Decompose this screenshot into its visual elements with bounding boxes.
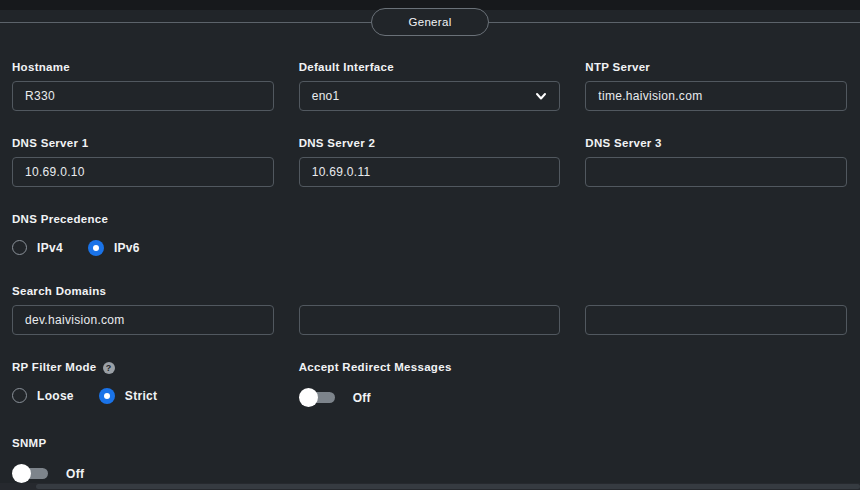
dns-server-3-field-group: DNS Server 3 — [585, 137, 847, 187]
snmp-state: Off — [66, 467, 84, 481]
accept-redirect-field-group: Accept Redirect Messages Off — [299, 361, 561, 407]
radio-ipv6[interactable]: IPv6 — [88, 240, 140, 256]
dns-precedence-field-group: DNS Precedence IPv4 IPv6 — [12, 213, 274, 256]
horizontal-scrollbar-thumb[interactable] — [36, 484, 860, 489]
dns-server-3-label: DNS Server 3 — [585, 137, 847, 150]
radio-ipv6-label: IPv6 — [114, 241, 140, 255]
radio-strict[interactable]: Strict — [99, 388, 157, 404]
dns-precedence-label: DNS Precedence — [12, 213, 274, 226]
dns-server-1-label: DNS Server 1 — [12, 137, 274, 150]
hostname-field-group: Hostname — [12, 61, 274, 111]
search-domain-3-input[interactable] — [585, 305, 847, 335]
search-domain-2-input[interactable] — [299, 305, 561, 335]
search-domains-label: Search Domains — [12, 285, 274, 298]
ntp-server-input[interactable] — [585, 81, 847, 111]
search-domain-3-field-group — [585, 285, 847, 335]
ntp-server-label: NTP Server — [585, 61, 847, 74]
default-interface-selected-value: eno1 — [312, 89, 536, 103]
ntp-server-field-group: NTP Server — [585, 61, 847, 111]
accept-redirect-toggle[interactable] — [299, 388, 337, 407]
dns-server-2-input[interactable] — [299, 157, 561, 187]
rp-filter-mode-label: RP Filter Mode — [12, 361, 97, 374]
accept-redirect-state: Off — [353, 391, 371, 405]
search-domain-1-input[interactable] — [12, 305, 274, 335]
search-domain-1-field-group: Search Domains — [12, 285, 274, 335]
snmp-field-group: SNMP Off — [12, 437, 274, 483]
general-settings-form: Hostname Default Interface eno1 NTP Serv… — [0, 61, 860, 483]
radio-loose[interactable]: Loose — [12, 388, 74, 403]
radio-loose-circle[interactable] — [12, 388, 27, 403]
horizontal-scrollbar[interactable] — [0, 483, 860, 490]
snmp-toggle[interactable] — [12, 464, 50, 483]
snmp-toggle-knob — [12, 464, 31, 483]
dns-server-3-input[interactable] — [585, 157, 847, 187]
help-icon[interactable]: ? — [103, 362, 115, 374]
radio-strict-label: Strict — [125, 389, 157, 403]
radio-ipv4[interactable]: IPv4 — [12, 240, 63, 255]
hostname-input[interactable] — [12, 81, 274, 111]
tab-general[interactable]: General — [371, 8, 489, 36]
accept-redirect-toggle-knob — [299, 388, 318, 407]
tab-bar: General — [0, 10, 860, 48]
default-interface-field-group: Default Interface eno1 — [299, 61, 561, 111]
radio-ipv4-circle[interactable] — [12, 240, 27, 255]
accept-redirect-label: Accept Redirect Messages — [299, 361, 561, 374]
rp-filter-mode-field-group: RP Filter Mode ? Loose Strict — [12, 361, 274, 407]
dns-server-1-field-group: DNS Server 1 — [12, 137, 274, 187]
radio-loose-label: Loose — [37, 389, 74, 403]
default-interface-select[interactable]: eno1 — [299, 81, 561, 111]
dns-server-2-field-group: DNS Server 2 — [299, 137, 561, 187]
hostname-label: Hostname — [12, 61, 274, 74]
dns-server-2-label: DNS Server 2 — [299, 137, 561, 150]
chevron-down-icon — [535, 90, 547, 102]
radio-strict-circle[interactable] — [99, 388, 115, 404]
radio-ipv4-label: IPv4 — [37, 241, 63, 255]
radio-ipv6-circle[interactable] — [88, 240, 104, 256]
default-interface-label: Default Interface — [299, 61, 561, 74]
snmp-label: SNMP — [12, 437, 274, 450]
dns-server-1-input[interactable] — [12, 157, 274, 187]
search-domain-2-field-group — [299, 285, 561, 335]
